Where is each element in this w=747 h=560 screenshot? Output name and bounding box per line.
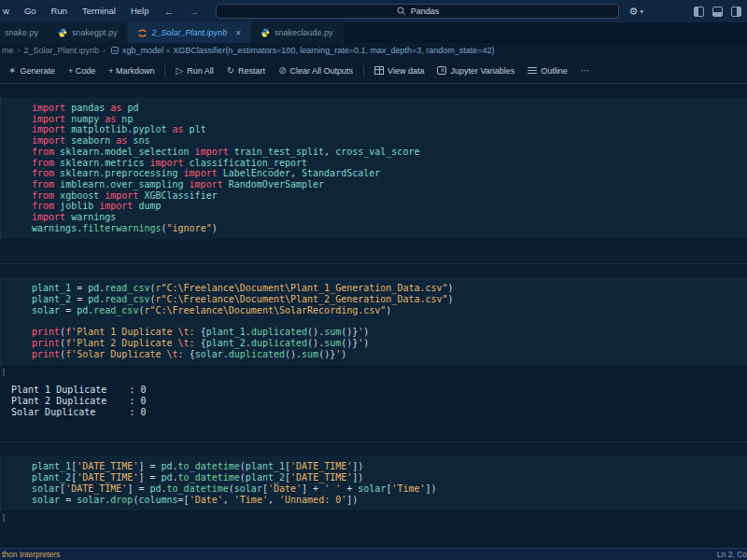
python-icon — [261, 28, 270, 37]
back-button[interactable]: ← — [156, 6, 181, 17]
code-line: plant_1 = pd.read_csv(r"C:\Freelance\Doc… — [32, 283, 740, 294]
tab-label: snakegpt.py — [72, 28, 118, 37]
breadcrumb: me › 2_Solar_Plant.ipynb › xgb_model = X… — [0, 43, 747, 58]
chevron-right-icon: › — [99, 46, 109, 55]
python-icon — [58, 28, 67, 37]
search-value: Pandas — [411, 7, 440, 16]
cell-output[interactable]: Plant 1 Duplicate : 0Plant 2 Duplicate :… — [0, 377, 747, 417]
title-bar: w Go Run Terminal Help ← → Pandas ⚙ ▾ — [0, 0, 747, 22]
execution-count-bracket: ] — [0, 512, 747, 523]
table-icon — [374, 66, 384, 75]
code-line — [32, 316, 740, 328]
clear-icon: ⊘ — [278, 66, 286, 76]
jupyter-variables-button[interactable]: Jupyter Variables — [430, 66, 521, 76]
menu-bar: w Go Run Terminal Help — [0, 0, 156, 22]
code-line: solar = pd.read_csv(r"C:\Freelance\Docum… — [32, 305, 740, 316]
output-line: Solar Duplicate : 0 — [11, 407, 740, 418]
breadcrumb-file[interactable]: 2_Solar_Plant.ipynb — [24, 46, 100, 55]
clear-outputs-label: Clear All Outputs — [290, 66, 354, 76]
notebook-editor[interactable]: import pandas as pdimport numpy as npimp… — [0, 84, 747, 548]
outline-icon — [528, 66, 537, 75]
menu-view[interactable]: w — [0, 0, 17, 22]
notebook-code-cell[interactable]: plant_1 = pd.read_csv(r"C:\Freelance\Doc… — [0, 277, 747, 365]
run-all-label: Run All — [187, 66, 214, 76]
more-actions-button[interactable]: ⋯ — [574, 66, 597, 76]
view-data-label: View data — [388, 66, 424, 76]
search-icon — [397, 7, 406, 16]
code-line: plant_1['DATE_TIME'] = pd.to_datetime(pl… — [32, 461, 740, 472]
cell-divider — [0, 263, 747, 264]
toolbar-divider — [363, 65, 364, 77]
toggle-panel-icon[interactable] — [712, 7, 723, 17]
code-line: print(f'Plant 1 Duplicate \t: {plant_1.d… — [32, 327, 740, 338]
execution-count-bracket: ] — [0, 367, 747, 377]
restart-label: Restart — [238, 66, 265, 76]
run-all-icon: ▷ — [176, 66, 183, 76]
code-line: print(f'Plant 2 Duplicate \t: {plant_2.d… — [32, 338, 740, 349]
tab-2-solar-plant-ipynb[interactable]: 2_Solar_Plant.ipynb × — [128, 22, 251, 43]
titlebar-actions: ⚙ ▾ — [628, 6, 741, 18]
code-line: print(f'Solar Duplicate \t: {solar.dupli… — [32, 349, 740, 360]
code-line: import numpy as np — [32, 114, 740, 125]
notebook-code-cell[interactable]: import pandas as pdimport numpy as npimp… — [0, 97, 747, 239]
toggle-secondary-sidebar-icon[interactable] — [731, 7, 741, 17]
code-line: from sklearn.metrics import classificati… — [32, 158, 740, 169]
code-line: plant_2['DATE_TIME'] = pd.to_datetime(pl… — [32, 472, 740, 483]
jupyter-variables-label: Jupyter Variables — [450, 66, 514, 76]
sparkle-icon: ✶ — [8, 66, 16, 76]
restart-icon: ↻ — [227, 66, 234, 76]
forward-button[interactable]: → — [181, 6, 206, 17]
code-line: from xgboost import XGBClassifier — [32, 190, 740, 202]
restart-button[interactable]: ↻ Restart — [220, 66, 272, 76]
tab-snakeclaude-py[interactable]: snakeclaude.py — [251, 22, 344, 43]
outline-label: Outline — [541, 66, 568, 76]
close-tab-icon[interactable]: × — [235, 28, 241, 38]
output-line: Plant 1 Duplicate : 0 — [11, 385, 740, 396]
outline-button[interactable]: Outline — [521, 66, 574, 76]
settings-button[interactable]: ⚙ ▾ — [628, 6, 643, 18]
code-line: solar['DATE_TIME'] = pd.to_datetime(sola… — [32, 483, 740, 495]
menu-help[interactable]: Help — [123, 0, 157, 22]
code-line: import matplotlib.pyplot as plt — [32, 124, 740, 135]
symbol-variable-icon — [111, 47, 119, 54]
run-all-button[interactable]: ▷ Run All — [169, 66, 219, 76]
more-actions-icon: ⋯ — [581, 66, 590, 76]
add-code-cell-button[interactable]: + Code — [62, 66, 102, 76]
vscode-window: w Go Run Terminal Help ← → Pandas ⚙ ▾ sn… — [0, 0, 747, 560]
editor-tab-bar: snake.py snakegpt.py 2_Solar_Plant.ipynb… — [0, 22, 747, 43]
tab-snakegpt-py[interactable]: snakegpt.py — [49, 22, 128, 43]
code-line: from joblib import dump — [32, 201, 740, 212]
add-markdown-label: + Markdown — [108, 66, 154, 76]
toggle-sidebar-icon[interactable] — [694, 7, 704, 17]
notebook-code-cell[interactable]: plant_1['DATE_TIME'] = pd.to_datetime(pl… — [0, 455, 747, 511]
generate-button[interactable]: ✶ Generate — [2, 66, 62, 76]
code-line: from imblearn.over_sampling import Rando… — [32, 179, 740, 190]
code-line: import warnings — [32, 212, 740, 223]
chevron-down-icon: ▾ — [640, 7, 643, 16]
breadcrumb-folder[interactable]: me — [2, 46, 14, 55]
code-line: import pandas as pd — [32, 103, 740, 114]
status-bar: thon Interpreters Ln 2, Co — [0, 548, 747, 560]
python-interpreters-status[interactable]: thon Interpreters — [2, 550, 60, 559]
command-center-search[interactable]: Pandas — [216, 4, 619, 19]
code-line: solar = solar.drop(columns=['Date', 'Tim… — [32, 495, 740, 506]
generate-label: Generate — [20, 66, 55, 76]
cell-divider — [0, 441, 747, 442]
chevron-right-icon: › — [14, 46, 24, 55]
menu-run[interactable]: Run — [44, 0, 75, 22]
tab-label: 2_Solar_Plant.ipynb — [152, 28, 228, 37]
code-line: from sklearn.model_selection import trai… — [32, 147, 740, 158]
tab-label: snakeclaude.py — [275, 28, 333, 37]
clear-all-outputs-button[interactable]: ⊘ Clear All Outputs — [272, 66, 359, 76]
tab-snake-py[interactable]: snake.py — [0, 22, 49, 43]
view-data-button[interactable]: View data — [368, 66, 430, 76]
gear-icon: ⚙ — [628, 6, 638, 18]
menu-terminal[interactable]: Terminal — [75, 0, 123, 22]
code-line: import seaborn as sns — [32, 135, 740, 147]
breadcrumb-symbol[interactable]: xgb_model = XGBClassifier(n_estimators=1… — [122, 46, 494, 55]
menu-go[interactable]: Go — [17, 0, 44, 22]
code-line: warnings.filterwarnings("ignore") — [32, 223, 740, 234]
cursor-position-status[interactable]: Ln 2, Co — [717, 550, 747, 559]
add-markdown-cell-button[interactable]: + Markdown — [102, 66, 161, 76]
notebook-toolbar: ✶ Generate + Code + Markdown ▷ Run All ↻… — [0, 58, 747, 84]
